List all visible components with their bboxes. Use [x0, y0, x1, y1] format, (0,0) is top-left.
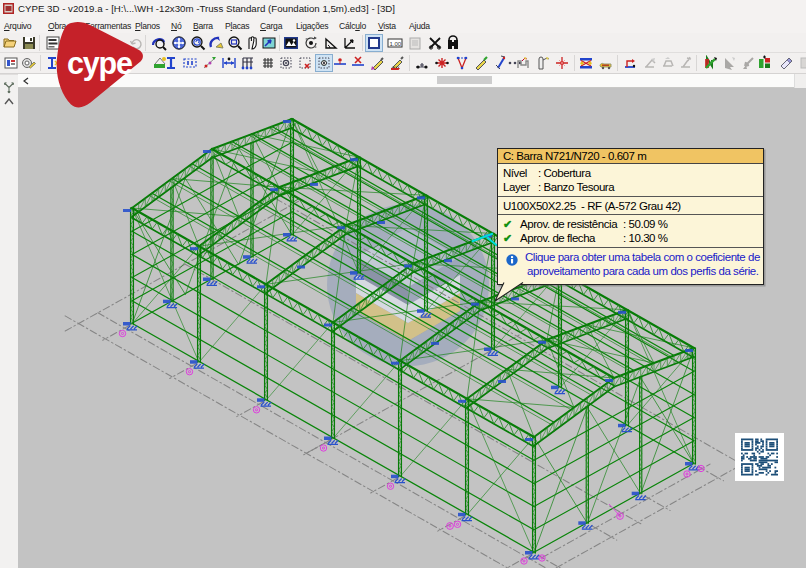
- svg-text:1.00: 1.00: [390, 41, 402, 47]
- svg-text:cype: cype: [67, 46, 132, 81]
